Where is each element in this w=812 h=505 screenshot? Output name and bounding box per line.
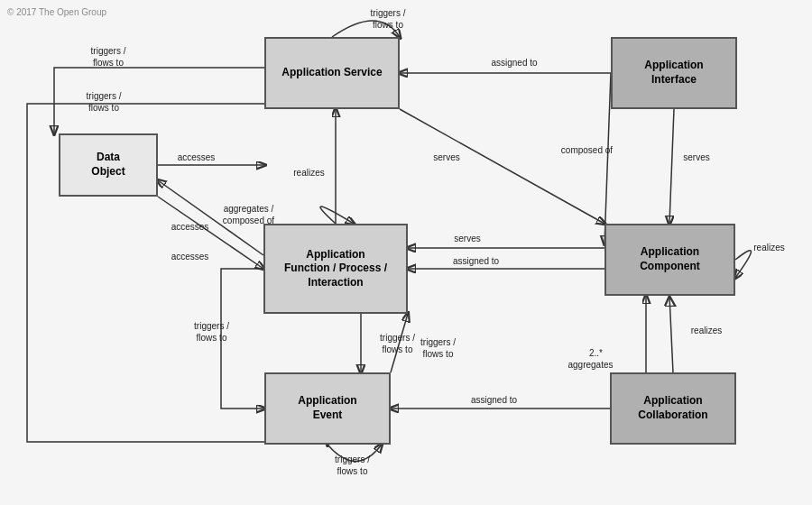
app-service-box: Application Service bbox=[264, 37, 400, 109]
label-tf-event-func: triggers /flows to bbox=[409, 336, 467, 360]
app-component-label: ApplicationComponent bbox=[640, 245, 700, 273]
data-object-label: DataObject bbox=[91, 151, 125, 179]
svg-line-4 bbox=[669, 109, 674, 224]
app-interface-box: ApplicationInterface bbox=[611, 37, 737, 109]
app-interface-label: ApplicationInterface bbox=[644, 59, 703, 87]
app-collaboration-label: ApplicationCollaboration bbox=[638, 394, 707, 422]
label-serves-3: serves bbox=[449, 233, 485, 244]
label-composed-of: composed of bbox=[558, 144, 616, 156]
label-serves-2: serves bbox=[678, 152, 715, 163]
label-serves-1: serves bbox=[429, 152, 465, 163]
label-tf-outer-1: triggers /flows to bbox=[72, 45, 144, 69]
label-tf-comp-self: realizes bbox=[740, 242, 798, 253]
data-object-box: DataObject bbox=[59, 133, 158, 197]
label-assigned-to-2: assigned to bbox=[442, 255, 510, 267]
label-accesses-3: accesses bbox=[161, 251, 219, 262]
watermark: © 2017 The Open Group bbox=[7, 7, 106, 17]
app-function-box: ApplicationFunction / Process /Interacti… bbox=[263, 224, 408, 314]
label-assigned-to-1: assigned to bbox=[478, 57, 550, 69]
diagram: © 2017 The Open Group bbox=[0, 0, 812, 505]
app-event-label: ApplicationEvent bbox=[298, 394, 356, 422]
label-tf-event-self: triggers /flows to bbox=[323, 454, 382, 477]
label-accesses-1: accesses bbox=[167, 152, 226, 163]
label-realizes-1: realizes bbox=[284, 167, 334, 179]
label-two-star: 2..* bbox=[580, 347, 612, 359]
svg-line-10 bbox=[669, 296, 673, 372]
label-agg-composed: aggregates /composed of bbox=[215, 203, 282, 226]
label-tf-outer-2: triggers /flows to bbox=[68, 90, 140, 114]
svg-line-5 bbox=[604, 73, 611, 243]
label-aggregates: aggregates bbox=[561, 359, 620, 371]
svg-line-3 bbox=[400, 109, 604, 224]
app-service-label: Application Service bbox=[281, 66, 382, 80]
app-function-label: ApplicationFunction / Process /Interacti… bbox=[284, 248, 387, 290]
app-component-box: ApplicationComponent bbox=[604, 224, 735, 296]
label-assigned-to-3: assigned to bbox=[460, 394, 528, 406]
app-collaboration-box: ApplicationCollaboration bbox=[610, 372, 736, 445]
label-tf-func-event: triggers /flows to bbox=[182, 320, 241, 344]
app-event-box: ApplicationEvent bbox=[264, 372, 391, 445]
label-accesses-2: accesses bbox=[161, 221, 219, 233]
label-realizes-2: realizes bbox=[684, 325, 729, 336]
label-tf-self-service: triggers /flows to bbox=[352, 7, 424, 31]
